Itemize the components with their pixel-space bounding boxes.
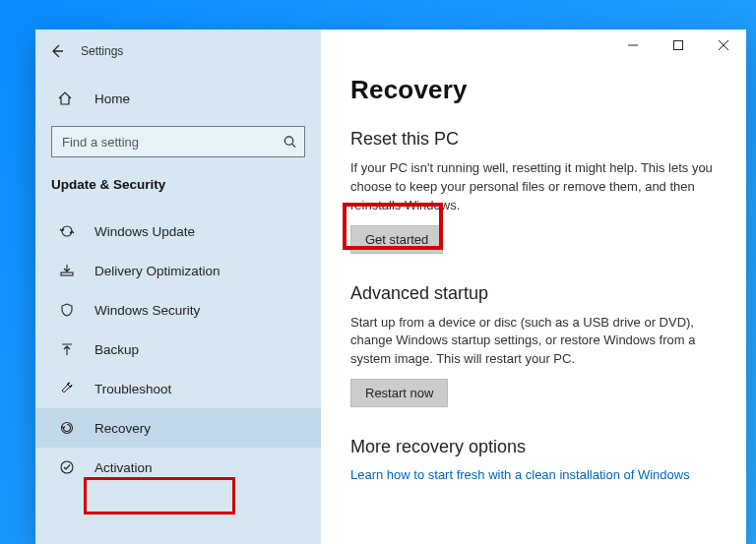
sidebar-item-windows-security[interactable]: Windows Security [35,290,321,330]
content: Recovery Reset this PC If your PC isn't … [321,30,746,482]
activation-icon [57,459,77,475]
titlebar: Settings [35,37,321,65]
minimize-icon [628,40,638,50]
sidebar-item-recovery[interactable]: Recovery [35,408,321,448]
back-button[interactable] [43,37,71,65]
sidebar-item-delivery-optimization[interactable]: Delivery Optimization [35,251,321,290]
sidebar-item-label: Troubleshoot [94,382,171,396]
sidebar-item-backup[interactable]: Backup [35,330,321,369]
sidebar-item-label: Windows Update [94,224,195,239]
home-icon [57,91,77,106]
sidebar: Settings Home Update & Security Windows … [35,30,321,544]
sidebar-item-windows-update[interactable]: Windows Update [35,212,321,251]
close-button[interactable] [701,30,746,61]
svg-rect-2 [61,272,73,275]
home-label: Home [94,91,130,106]
sidebar-item-label: Recovery [94,421,151,436]
search-input[interactable] [51,126,305,157]
sidebar-item-label: Delivery Optimization [94,264,220,278]
back-arrow-icon [49,43,65,59]
wrench-icon [57,381,77,396]
sidebar-item-troubleshoot[interactable]: Troubleshoot [35,369,321,408]
reset-heading: Reset this PC [350,129,717,150]
backup-icon [57,341,77,357]
restart-now-button[interactable]: Restart now [350,379,448,407]
settings-window: Settings Home Update & Security Windows … [35,30,746,544]
more-heading: More recovery options [350,437,717,457]
get-started-button[interactable]: Get started [350,225,443,254]
category-title: Update & Security [35,173,321,202]
app-title: Settings [81,44,123,58]
sidebar-item-label: Backup [94,342,139,357]
delivery-icon [57,263,77,278]
advanced-startup-section: Advanced startup Start up from a device … [350,283,717,408]
reset-description: If your PC isn't running well, resetting… [350,159,715,215]
maximize-icon [673,40,683,50]
recovery-icon [57,420,77,436]
sidebar-item-label: Activation [94,460,153,475]
advanced-heading: Advanced startup [350,283,717,304]
svg-point-0 [284,137,292,145]
fresh-install-link[interactable]: Learn how to start fresh with a clean in… [350,467,717,482]
nav-list: Windows Update Delivery Optimization Win… [35,202,321,487]
more-recovery-section: More recovery options Learn how to start… [350,437,717,482]
svg-line-1 [292,144,295,147]
advanced-description: Start up from a device or disc (such as … [350,314,715,370]
svg-rect-6 [674,41,683,50]
sidebar-item-activation[interactable]: Activation [35,448,321,487]
search-icon [283,135,297,150]
close-icon [719,40,728,50]
shield-icon [57,302,77,318]
reset-pc-section: Reset this PC If your PC isn't running w… [350,129,717,254]
window-controls [610,30,746,61]
minimize-button[interactable] [610,30,656,61]
page-title: Recovery [350,75,717,105]
main-panel: Recovery Reset this PC If your PC isn't … [321,30,746,544]
home-nav[interactable]: Home [35,81,321,116]
sync-icon [57,223,77,239]
sidebar-item-label: Windows Security [94,303,200,318]
search-container [51,126,305,157]
maximize-button[interactable] [656,30,701,61]
